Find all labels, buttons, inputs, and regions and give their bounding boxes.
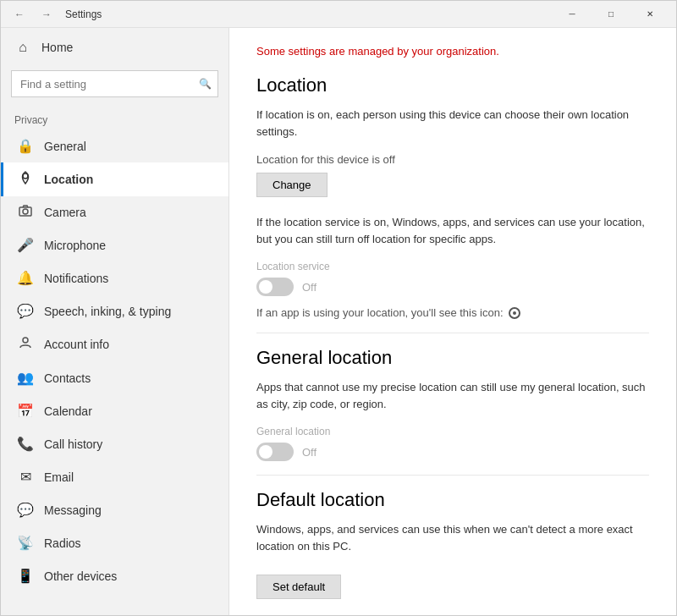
general-location-toggle-row: Off (256, 443, 649, 461)
close-button[interactable]: ✕ (630, 1, 669, 28)
callhistory-icon: 📞 (17, 436, 34, 452)
sidebar-item-otherdevices[interactable]: 📱 Other devices (1, 559, 228, 592)
default-location-title: Default location (256, 489, 649, 511)
search-box: 🔍 (11, 70, 218, 97)
sidebar-item-general[interactable]: 🔒 General (1, 129, 228, 162)
sidebar-item-label: Email (44, 470, 74, 484)
general-location-label: General location (256, 426, 649, 437)
sidebar: ⌂ Home 🔍 Privacy 🔒 General Locat (1, 28, 229, 615)
radios-icon: 📡 (17, 535, 34, 551)
sidebar-item-label: Calendar (44, 404, 92, 418)
location-dot-icon (509, 307, 520, 319)
nav-buttons: ← → (8, 4, 58, 25)
window-title: Settings (65, 8, 102, 20)
microphone-icon: 🎤 (17, 237, 34, 253)
location-icon-notice: If an app is using your location, you'll… (256, 306, 649, 319)
default-location-desc: Windows, apps, and services can use this… (256, 521, 649, 554)
set-default-button[interactable]: Set default (256, 575, 341, 599)
sidebar-item-label: Other devices (44, 569, 117, 583)
location-section-title: Location (256, 74, 649, 96)
camera-icon (17, 205, 34, 220)
sidebar-item-label: Notifications (44, 272, 108, 285)
email-icon: ✉ (17, 469, 34, 485)
sidebar-item-microphone[interactable]: 🎤 Microphone (1, 228, 228, 261)
search-icon: 🔍 (199, 78, 212, 90)
sidebar-item-radios[interactable]: 📡 Radios (1, 526, 228, 559)
location-service-desc: If the location service is on, Windows, … (256, 214, 649, 247)
sidebar-item-contacts[interactable]: 👥 Contacts (1, 361, 228, 394)
minimize-button[interactable]: ─ (553, 1, 592, 28)
messaging-icon: 💬 (17, 502, 34, 518)
sidebar-item-label: Microphone (44, 239, 106, 252)
sidebar-item-label: Radios (44, 536, 81, 550)
device-location-status: Location for this device is off (256, 153, 649, 166)
window-controls: ─ □ ✕ (553, 1, 669, 28)
title-bar: ← → Settings ─ □ ✕ (1, 1, 676, 28)
sidebar-item-notifications[interactable]: 🔔 Notifications (1, 261, 228, 294)
location-service-label: Location service (256, 261, 649, 272)
maximize-button[interactable]: □ (592, 1, 630, 28)
home-icon: ⌂ (14, 40, 31, 55)
divider-1 (256, 333, 649, 333)
toggle-thumb (259, 445, 272, 459)
sidebar-item-label: Speech, inking, & typing (44, 305, 171, 318)
sidebar-item-label: Location (44, 173, 93, 186)
contacts-icon: 👥 (17, 370, 34, 386)
settings-window: ← → Settings ─ □ ✕ ⌂ Home 🔍 Privacy 🔒 (0, 0, 677, 616)
back-button[interactable]: ← (8, 4, 31, 25)
sidebar-item-home[interactable]: ⌂ Home (1, 28, 228, 67)
sidebar-section-privacy: Privacy (1, 107, 228, 129)
sidebar-item-label: Camera (44, 206, 86, 219)
change-button[interactable]: Change (256, 173, 327, 197)
location-service-toggle-row: Off (256, 278, 649, 296)
general-location-toggle[interactable] (256, 443, 294, 461)
sidebar-item-camera[interactable]: Camera (1, 196, 228, 228)
sidebar-item-label: Call history (44, 437, 102, 451)
main-content: ⌂ Home 🔍 Privacy 🔒 General Locat (1, 28, 676, 615)
search-input[interactable] (11, 70, 218, 97)
toggle-thumb (259, 280, 272, 294)
sidebar-item-speech[interactable]: 💬 Speech, inking, & typing (1, 294, 228, 327)
sidebar-item-email[interactable]: ✉ Email (1, 460, 228, 493)
otherdevices-icon: 📱 (17, 568, 34, 584)
notifications-icon: 🔔 (17, 270, 34, 286)
sidebar-item-account[interactable]: Account info (1, 327, 228, 361)
location-service-toggle[interactable] (256, 278, 294, 296)
sidebar-item-label: Account info (44, 338, 109, 351)
sidebar-home-label: Home (41, 41, 73, 54)
general-location-desc: Apps that cannot use my precise location… (256, 379, 649, 412)
sidebar-item-label: General (44, 140, 86, 153)
location-service-state: Off (302, 281, 316, 294)
sidebar-item-label: Messaging (44, 503, 102, 517)
svg-point-2 (23, 209, 28, 214)
title-bar-left: ← → Settings (8, 4, 102, 25)
org-notice: Some settings are managed by your organi… (256, 45, 649, 58)
sidebar-item-calendar[interactable]: 📅 Calendar (1, 394, 228, 427)
divider-2 (256, 475, 649, 476)
general-location-title: General location (256, 347, 649, 369)
sidebar-item-messaging[interactable]: 💬 Messaging (1, 493, 228, 526)
forward-button[interactable]: → (35, 4, 58, 25)
sidebar-item-callhistory[interactable]: 📞 Call history (1, 427, 228, 460)
location-desc: If location is on, each person using thi… (256, 107, 649, 140)
location-icon (17, 171, 34, 188)
account-icon (17, 336, 34, 353)
svg-point-3 (23, 338, 28, 343)
speech-icon: 💬 (17, 303, 34, 319)
sidebar-item-label: Contacts (44, 371, 91, 385)
calendar-icon: 📅 (17, 403, 34, 419)
general-location-state: Off (302, 446, 316, 459)
general-icon: 🔒 (17, 138, 34, 154)
content-area: Some settings are managed by your organi… (229, 28, 676, 615)
sidebar-item-location[interactable]: Location (1, 162, 228, 196)
